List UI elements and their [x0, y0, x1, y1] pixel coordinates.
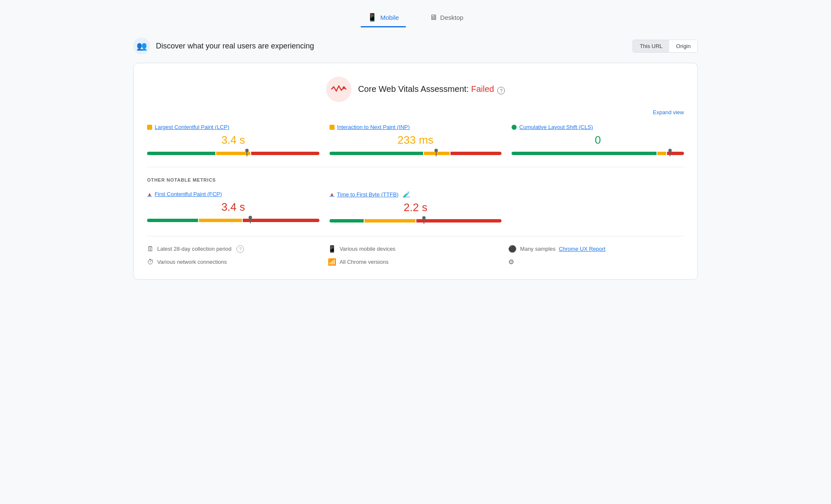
chrome-icon: ⚙ — [508, 258, 514, 266]
assessment-title-block: Core Web Vitals Assessment: Failed ? — [358, 84, 505, 94]
metric-ttfb-label[interactable]: ▲ Time to First Byte (TTFB) 🧪 — [330, 191, 502, 198]
fcp-orange — [199, 219, 241, 222]
footer-samples-text: Many samples — [520, 246, 555, 252]
metric-inp: Interaction to Next Paint (INP) 233 ms — [330, 124, 502, 155]
footer-mobile-devices: 📱 Various mobile devices — [328, 245, 504, 253]
footer-visit-text: Various network connections — [157, 259, 227, 265]
metric-lcp-value: 3.4 s — [147, 134, 319, 147]
footer-collection-text: Latest 28-day collection period — [157, 246, 231, 252]
mobile-icon: 📱 — [367, 13, 377, 22]
lcp-dot — [147, 125, 152, 130]
main-card: Core Web Vitals Assessment: Failed ? Exp… — [133, 63, 698, 280]
header-section: 👥 Discover what your real users are expe… — [133, 38, 698, 54]
cls-orange — [657, 152, 666, 155]
desktop-icon: 🖥 — [429, 13, 437, 22]
core-metrics-grid: Largest Contentful Paint (LCP) 3.4 s Int… — [147, 124, 684, 155]
expand-link[interactable]: Expand view — [653, 109, 684, 115]
cls-track — [512, 152, 684, 155]
fcp-bar — [147, 219, 319, 222]
tab-desktop[interactable]: 🖥 Desktop — [423, 9, 470, 27]
ttfb-track — [330, 219, 502, 223]
footer-section: 🗓 Latest 28-day collection period ? 📱 Va… — [147, 236, 684, 266]
collection-help-icon[interactable]: ? — [236, 245, 244, 253]
page-wrapper: 📱 Mobile 🖥 Desktop 👥 Discover what your … — [121, 0, 710, 288]
metric-lcp-label[interactable]: Largest Contentful Paint (LCP) — [147, 124, 319, 130]
ttfb-triangle-icon: ▲ — [330, 191, 335, 197]
tab-mobile[interactable]: 📱 Mobile — [361, 8, 405, 27]
inp-track — [330, 152, 502, 155]
assessment-icon — [326, 77, 351, 102]
footer-visit-durations: ⏱ Various network connections — [147, 258, 323, 266]
footer-mobile-text: Various mobile devices — [340, 246, 396, 252]
avatar: 👥 — [133, 38, 150, 54]
metric-fcp: ▲ First Contentful Paint (FCP) 3.4 s — [147, 191, 319, 223]
lcp-marker — [247, 150, 247, 156]
metric-fcp-value: 3.4 s — [147, 201, 319, 214]
metric-fcp-label[interactable]: ▲ First Contentful Paint (FCP) — [147, 191, 319, 197]
footer-collection-period: 🗓 Latest 28-day collection period ? — [147, 245, 323, 253]
fcp-track — [147, 219, 319, 222]
assessment-help-icon[interactable]: ? — [497, 87, 505, 94]
fcp-marker — [250, 217, 251, 223]
page-title: Discover what your real users are experi… — [156, 42, 314, 51]
fcp-red — [243, 219, 319, 222]
lcp-bar — [147, 152, 319, 155]
inp-bar — [330, 152, 502, 155]
inp-marker — [436, 150, 437, 156]
footer-network: 📶 All Chrome versions — [328, 258, 504, 266]
svg-point-0 — [343, 86, 345, 89]
inp-dot — [330, 125, 335, 130]
lcp-track — [147, 152, 319, 155]
footer-network-text: All Chrome versions — [340, 259, 389, 265]
metric-inp-label[interactable]: Interaction to Next Paint (INP) — [330, 124, 502, 130]
footer-samples: ⚫ Many samples Chrome UX Report — [508, 245, 684, 253]
timer-icon: ⏱ — [147, 258, 154, 266]
metric-cls: Cumulative Layout Shift (CLS) 0 — [512, 124, 684, 155]
lcp-green — [147, 152, 215, 155]
ttfb-marker — [424, 218, 424, 224]
cls-dot — [512, 125, 517, 130]
fcp-green — [147, 219, 198, 222]
avatar-icon: 👥 — [137, 41, 147, 51]
cls-green — [512, 152, 657, 155]
ttfb-orange — [365, 219, 416, 223]
other-metrics-label: OTHER NOTABLE METRICS — [147, 177, 684, 182]
calendar-icon: 🗓 — [147, 245, 154, 253]
mobile-devices-icon: 📱 — [328, 245, 336, 253]
metric-cls-value: 0 — [512, 134, 684, 147]
inp-green — [330, 152, 424, 155]
samples-icon: ⚫ — [508, 245, 517, 253]
expand-view: Expand view — [147, 109, 684, 115]
lcp-orange — [216, 152, 250, 155]
assessment-status: Failed — [471, 84, 494, 94]
origin-button[interactable]: Origin — [669, 40, 697, 52]
chrome-ux-report-link[interactable]: Chrome UX Report — [559, 246, 606, 252]
assessment-header: Core Web Vitals Assessment: Failed ? — [147, 77, 684, 102]
flask-icon: 🧪 — [403, 191, 410, 198]
assessment-title-prefix: Core Web Vitals Assessment: — [358, 84, 471, 94]
ttfb-bar — [330, 219, 502, 223]
tab-desktop-label: Desktop — [440, 14, 464, 21]
ttfb-red — [416, 219, 501, 223]
tab-bar: 📱 Mobile 🖥 Desktop — [133, 8, 698, 27]
url-toggle: This URL Origin — [633, 40, 698, 53]
metric-lcp: Largest Contentful Paint (LCP) 3.4 s — [147, 124, 319, 155]
footer-chrome-versions: ⚙ — [508, 258, 684, 266]
tab-mobile-label: Mobile — [380, 14, 399, 21]
fcp-triangle-icon: ▲ — [147, 191, 152, 197]
cls-bar — [512, 152, 684, 155]
other-metrics-grid: ▲ First Contentful Paint (FCP) 3.4 s ▲ — [147, 191, 684, 223]
metric-cls-label[interactable]: Cumulative Layout Shift (CLS) — [512, 124, 684, 130]
inp-red — [450, 152, 501, 155]
cls-marker — [670, 150, 670, 156]
section-divider — [147, 167, 684, 167]
ttfb-green — [330, 219, 364, 223]
lcp-red — [251, 152, 319, 155]
this-url-button[interactable]: This URL — [633, 40, 669, 52]
network-icon: 📶 — [328, 258, 336, 266]
inp-orange — [424, 152, 450, 155]
metric-ttfb-value: 2.2 s — [330, 201, 502, 214]
metric-ttfb: ▲ Time to First Byte (TTFB) 🧪 2.2 s — [330, 191, 502, 223]
metric-inp-value: 233 ms — [330, 134, 502, 147]
other-metrics-empty — [512, 191, 684, 223]
